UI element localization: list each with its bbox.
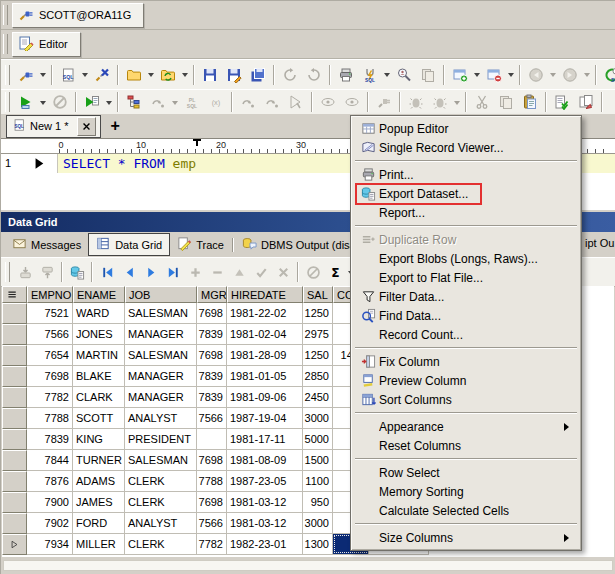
table-cell[interactable]: 7900 <box>27 492 73 513</box>
table-cell[interactable]: 7566 <box>27 324 73 345</box>
table-cell[interactable]: ANALYST <box>125 513 197 534</box>
table-cell[interactable]: 1982-23-01 <box>227 534 303 555</box>
menu-item-export-blobs-longs-raws[interactable]: Export Blobs (Longs, Raws)... <box>353 249 579 268</box>
table-cell[interactable]: 7654 <box>27 345 73 366</box>
table-cell[interactable]: 7839 <box>27 429 73 450</box>
row-selector[interactable] <box>2 429 27 450</box>
menu-item-report[interactable]: Report... <box>353 203 579 222</box>
table-cell[interactable]: JAMES <box>73 492 125 513</box>
table-cell[interactable]: ANALYST <box>125 408 197 429</box>
disconnect-button[interactable] <box>90 63 114 87</box>
toolbar-grip[interactable] <box>5 65 10 85</box>
table-cell[interactable]: 7698 <box>197 492 227 513</box>
table-cell[interactable]: 7698 <box>197 345 227 366</box>
table-cell[interactable]: 7521 <box>27 303 73 324</box>
compare-files-button[interactable] <box>574 90 598 114</box>
menu-item-preview-column[interactable]: Preview Column <box>353 371 579 390</box>
table-cell[interactable]: 7902 <box>27 513 73 534</box>
table-cell[interactable]: 1981-09-06 <box>227 387 303 408</box>
table-cell[interactable]: 7844 <box>27 450 73 471</box>
table-cell[interactable]: 1981-22-02 <box>227 303 303 324</box>
table-cell[interactable]: SALESMAN <box>125 303 197 324</box>
new-sql-window-dropdown[interactable] <box>80 64 90 86</box>
table-cell[interactable]: 2975 <box>303 324 333 345</box>
toolbar-grip[interactable] <box>5 92 10 112</box>
table-cell[interactable]: 1987-19-04 <box>227 408 303 429</box>
tab-trace[interactable]: Trace <box>170 235 231 254</box>
menu-item-record-count[interactable]: Record Count... <box>353 325 579 344</box>
table-cell[interactable]: 1500 <box>303 450 333 471</box>
table-cell[interactable]: 3000 <box>303 513 333 534</box>
new-sql-window-button[interactable]: SQL <box>56 63 80 87</box>
table-cell[interactable]: 3000 <box>303 408 333 429</box>
print-button[interactable] <box>334 63 358 87</box>
column-header-hiredate[interactable]: HIREDATE <box>227 286 303 303</box>
table-cell[interactable]: 1250 <box>303 345 333 366</box>
row-selector[interactable] <box>2 450 27 471</box>
table-cell[interactable]: 1300 <box>303 534 333 555</box>
horizontal-scrollbar[interactable] <box>1 557 615 574</box>
table-cell[interactable]: 7566 <box>197 408 227 429</box>
editor-tab[interactable]: Editor <box>12 32 81 57</box>
save-file-as-button[interactable] <box>222 63 246 87</box>
table-cell[interactable]: PRESIDENT <box>125 429 197 450</box>
table-cell[interactable]: 7876 <box>27 471 73 492</box>
menu-item-print[interactable]: Print... <box>353 165 579 184</box>
table-cell[interactable]: SALESMAN <box>125 450 197 471</box>
menu-item-appearance[interactable]: Appearance <box>353 417 579 436</box>
table-cell[interactable]: 1981-01-05 <box>227 366 303 387</box>
menu-item-memory-sorting[interactable]: Memory Sorting <box>353 482 579 501</box>
table-cell[interactable]: JONES <box>73 324 125 345</box>
table-cell[interactable]: 7698 <box>27 366 73 387</box>
last-record-button[interactable] <box>162 261 184 283</box>
close-tab-button[interactable] <box>77 117 96 136</box>
table-cell[interactable]: 7839 <box>197 387 227 408</box>
menu-item-row-select[interactable]: Row Select <box>353 463 579 482</box>
sql-recall-button[interactable]: SQL <box>600 63 615 87</box>
execute-statement-dropdown[interactable] <box>38 91 48 113</box>
table-cell[interactable]: 7934 <box>27 534 73 555</box>
menu-item-single-record-viewer[interactable]: Single Record Viewer... <box>353 138 579 157</box>
column-header-ename[interactable]: ENAME <box>73 286 125 303</box>
execute-statement-button[interactable] <box>14 90 38 114</box>
column-header-mgr[interactable]: MGR <box>197 286 227 303</box>
table-cell[interactable]: CLERK <box>125 492 197 513</box>
connection-tab[interactable]: SCOTT@ORA11G <box>12 3 144 28</box>
menu-item-size-columns[interactable]: Size Columns <box>353 528 579 547</box>
new-document-window-button[interactable] <box>448 63 472 87</box>
table-cell[interactable]: CLERK <box>125 534 197 555</box>
menu-item-calculate-selected-cells[interactable]: Calculate Selected Cells <box>353 501 579 520</box>
row-selector[interactable] <box>2 387 27 408</box>
menu-item-find-data[interactable]: Find Data... <box>353 306 579 325</box>
editor-document-tab[interactable]: SQL New 1 * <box>6 115 101 138</box>
connect-dropdown[interactable] <box>38 64 48 86</box>
table-cell[interactable]: 1981-28-09 <box>227 345 303 366</box>
table-cell[interactable]: MILLER <box>73 534 125 555</box>
open-file-dropdown[interactable] <box>146 64 156 86</box>
tab-messages[interactable]: Messages <box>5 235 88 254</box>
toolbar-grip[interactable] <box>5 262 10 282</box>
table-cell[interactable]: 1100 <box>303 471 333 492</box>
paste-button[interactable] <box>518 90 542 114</box>
tab-script-output-fragment[interactable]: ipt Ou <box>585 237 614 249</box>
table-cell[interactable]: KING <box>73 429 125 450</box>
row-selector[interactable] <box>2 492 27 513</box>
row-selector[interactable] <box>2 303 27 324</box>
table-cell[interactable]: CLARK <box>73 387 125 408</box>
table-cell[interactable]: MANAGER <box>125 387 197 408</box>
table-cell[interactable]: BLAKE <box>73 366 125 387</box>
table-cell[interactable]: 7788 <box>27 408 73 429</box>
scrollbar-track[interactable] <box>3 560 613 571</box>
table-cell[interactable]: FORD <box>73 513 125 534</box>
analyze-sql-dropdown[interactable] <box>382 64 392 86</box>
menu-item-fix-column[interactable]: Fix Column <box>353 352 579 371</box>
table-cell[interactable]: 1981-08-09 <box>227 450 303 471</box>
table-cell[interactable]: 1250 <box>303 303 333 324</box>
reload-file-button[interactable] <box>156 63 180 87</box>
save-file-button[interactable] <box>198 63 222 87</box>
close-document-window-dropdown[interactable] <box>506 64 516 86</box>
table-cell[interactable]: WARD <box>73 303 125 324</box>
row-selector[interactable] <box>2 534 27 555</box>
table-cell[interactable]: TURNER <box>73 450 125 471</box>
table-cell[interactable]: CLERK <box>125 471 197 492</box>
